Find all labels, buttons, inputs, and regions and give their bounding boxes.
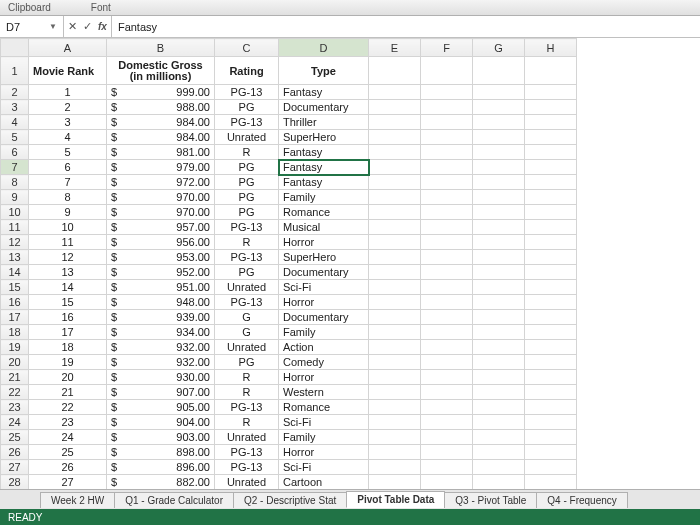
cell[interactable]: $970.00 (107, 205, 215, 220)
cell[interactable] (421, 460, 473, 475)
cell[interactable] (421, 445, 473, 460)
cell[interactable]: Family (279, 430, 369, 445)
cell[interactable]: $930.00 (107, 370, 215, 385)
cell[interactable] (473, 445, 525, 460)
cell[interactable] (525, 265, 577, 280)
row-header[interactable]: 28 (1, 475, 29, 490)
cell[interactable]: Documentary (279, 100, 369, 115)
row-header[interactable]: 16 (1, 295, 29, 310)
column-header-D[interactable]: D (279, 39, 369, 57)
cell[interactable] (421, 250, 473, 265)
cell[interactable] (421, 100, 473, 115)
cell[interactable]: PG (215, 205, 279, 220)
cell[interactable] (473, 340, 525, 355)
cell[interactable]: 24 (29, 430, 107, 445)
cell[interactable]: Musical (279, 220, 369, 235)
cell[interactable] (525, 205, 577, 220)
cell[interactable] (473, 160, 525, 175)
row-header[interactable]: 20 (1, 355, 29, 370)
cell[interactable]: 4 (29, 130, 107, 145)
name-box-dropdown-icon[interactable]: ▼ (49, 22, 57, 31)
cell[interactable] (369, 370, 421, 385)
cell[interactable] (473, 415, 525, 430)
cell[interactable]: $948.00 (107, 295, 215, 310)
cell[interactable] (525, 295, 577, 310)
row-header[interactable]: 23 (1, 400, 29, 415)
cell[interactable] (525, 460, 577, 475)
row-header[interactable]: 5 (1, 130, 29, 145)
cell[interactable]: Fantasy (279, 85, 369, 100)
cell[interactable]: $934.00 (107, 325, 215, 340)
cell[interactable]: Western (279, 385, 369, 400)
cell[interactable] (473, 385, 525, 400)
cell[interactable] (473, 250, 525, 265)
cell[interactable] (369, 115, 421, 130)
cell[interactable] (421, 475, 473, 490)
row-header[interactable]: 26 (1, 445, 29, 460)
cell[interactable] (473, 280, 525, 295)
cell[interactable] (369, 355, 421, 370)
cell[interactable] (369, 340, 421, 355)
cell[interactable]: 6 (29, 160, 107, 175)
cell[interactable] (473, 235, 525, 250)
column-header-H[interactable]: H (525, 39, 577, 57)
cell[interactable] (473, 175, 525, 190)
cell[interactable] (369, 445, 421, 460)
cell[interactable]: 7 (29, 175, 107, 190)
cell[interactable]: $903.00 (107, 430, 215, 445)
cell[interactable]: 19 (29, 355, 107, 370)
cell[interactable]: Cartoon (279, 475, 369, 490)
cell[interactable] (421, 370, 473, 385)
cell[interactable]: Unrated (215, 430, 279, 445)
cell[interactable]: $952.00 (107, 265, 215, 280)
cell[interactable] (369, 280, 421, 295)
column-header-C[interactable]: C (215, 39, 279, 57)
cell[interactable] (369, 235, 421, 250)
column-header-E[interactable]: E (369, 39, 421, 57)
cell[interactable] (525, 85, 577, 100)
cell[interactable] (369, 385, 421, 400)
cell[interactable]: Sci-Fi (279, 460, 369, 475)
column-header-B[interactable]: B (107, 39, 215, 57)
cell[interactable] (473, 325, 525, 340)
cell[interactable] (473, 130, 525, 145)
cell[interactable]: R (215, 415, 279, 430)
cell[interactable] (525, 220, 577, 235)
cell[interactable] (369, 475, 421, 490)
cell[interactable] (421, 190, 473, 205)
cell[interactable]: PG (215, 355, 279, 370)
cell[interactable]: 22 (29, 400, 107, 415)
cell[interactable] (473, 115, 525, 130)
cell[interactable]: 5 (29, 145, 107, 160)
cell[interactable]: R (215, 145, 279, 160)
cell[interactable]: PG (215, 190, 279, 205)
cell[interactable] (369, 250, 421, 265)
cell[interactable]: 18 (29, 340, 107, 355)
row-header[interactable]: 22 (1, 385, 29, 400)
cell[interactable] (369, 160, 421, 175)
sheet-tab[interactable]: Q1 - Grade Calculator (114, 492, 234, 508)
cell[interactable] (525, 130, 577, 145)
cell[interactable] (473, 400, 525, 415)
cell[interactable]: Family (279, 325, 369, 340)
cell[interactable] (525, 340, 577, 355)
cell[interactable]: 16 (29, 310, 107, 325)
cell[interactable] (369, 310, 421, 325)
cell[interactable]: 14 (29, 280, 107, 295)
row-header[interactable]: 19 (1, 340, 29, 355)
cell[interactable] (525, 250, 577, 265)
row-header[interactable]: 11 (1, 220, 29, 235)
row-header[interactable]: 4 (1, 115, 29, 130)
cell[interactable]: 26 (29, 460, 107, 475)
row-header[interactable]: 9 (1, 190, 29, 205)
row-header[interactable]: 14 (1, 265, 29, 280)
row-header[interactable]: 7 (1, 160, 29, 175)
row-header[interactable]: 1 (1, 57, 29, 85)
cell[interactable] (369, 205, 421, 220)
sheet-tab[interactable]: Q2 - Descriptive Stat (233, 492, 347, 508)
cell[interactable] (421, 280, 473, 295)
cell[interactable]: Sci-Fi (279, 415, 369, 430)
cell[interactable]: R (215, 235, 279, 250)
cell[interactable]: G (215, 310, 279, 325)
cell[interactable]: Unrated (215, 130, 279, 145)
